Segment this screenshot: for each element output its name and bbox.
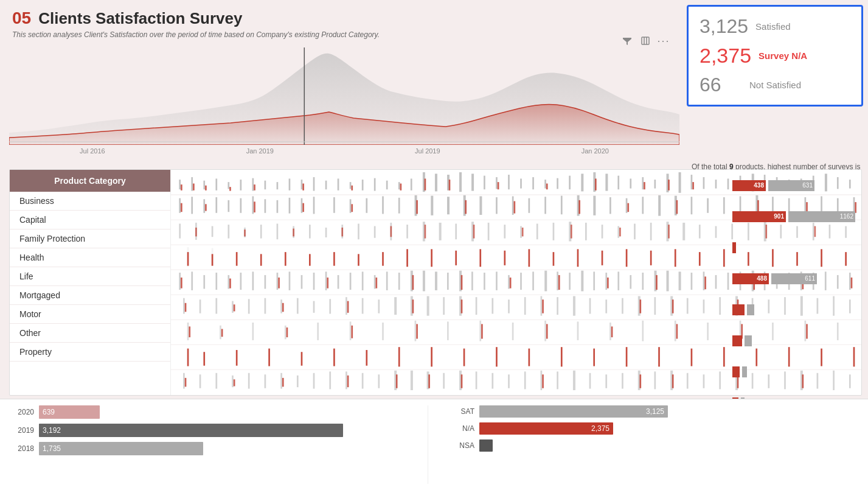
svg-rect-85 [179,198,181,213]
bar-row-health: 488 611 [732,263,856,294]
svg-rect-395 [464,349,465,366]
svg-rect-32 [435,173,437,191]
svg-rect-376 [221,329,223,337]
svg-rect-388 [236,350,238,366]
svg-rect-239 [277,273,279,290]
svg-rect-132 [254,201,255,212]
more-icon[interactable]: ··· [657,34,670,47]
svg-rect-273 [691,273,693,290]
svg-rect-355 [220,326,221,340]
svg-rect-107 [496,197,498,214]
category-header: Product Category [10,170,170,192]
svg-rect-0 [642,37,649,44]
svg-rect-350 [542,299,544,313]
category-item-family[interactable]: Family Protection [10,229,170,248]
svg-rect-291 [375,278,377,289]
svg-rect-311 [329,299,331,313]
page-title: Clients Satisfaction Survey [38,9,242,28]
svg-rect-358 [317,323,319,340]
svg-rect-415 [297,376,299,387]
svg-rect-80 [644,182,645,189]
svg-rect-41 [544,180,546,188]
svg-rect-361 [415,321,417,341]
svg-rect-293 [461,275,463,290]
svg-rect-189 [293,229,294,237]
svg-rect-356 [252,323,254,340]
svg-rect-221 [650,251,652,265]
svg-rect-98 [350,199,352,213]
filter-icon[interactable] [620,34,634,47]
svg-rect-149 [260,225,262,239]
svg-rect-455 [428,374,430,388]
svg-rect-88 [215,197,217,213]
svg-rect-153 [325,228,327,237]
year-label-2020: 2020 [12,408,34,416]
svg-rect-135 [416,200,418,214]
svg-rect-192 [425,225,426,239]
expand-icon[interactable] [639,34,652,47]
svg-rect-320 [476,297,477,315]
category-item-other[interactable]: Other [10,324,170,343]
svg-rect-335 [719,297,721,315]
svg-rect-303 [200,299,201,313]
svg-rect-74 [400,184,402,191]
svg-rect-359 [350,321,352,340]
bar-business-red: 438 [732,180,766,191]
svg-rect-253 [447,273,449,290]
category-item-property[interactable]: Property [10,343,170,362]
category-item-motor[interactable]: Motor [10,305,170,324]
svg-rect-393 [398,347,400,366]
svg-rect-430 [541,371,543,390]
svg-rect-209 [358,254,359,265]
svg-rect-261 [544,271,547,292]
svg-rect-139 [627,203,629,212]
category-item-capital[interactable]: Capital [10,211,170,229]
svg-rect-101 [398,198,400,214]
svg-rect-161 [455,223,457,239]
svg-rect-150 [277,223,279,239]
svg-rect-14 [215,178,217,190]
svg-rect-403 [723,347,725,366]
sat-row-sat: SAT 3,125 [453,405,856,418]
svg-rect-242 [313,273,315,290]
svg-rect-243 [325,271,327,290]
svg-rect-402 [691,349,693,366]
svg-rect-272 [679,271,681,290]
category-item-mortgaged[interactable]: Mortgaged [10,286,170,305]
svg-rect-329 [622,298,623,314]
svg-rect-30 [411,178,412,190]
category-item-life[interactable]: Life [10,267,170,286]
bar-capital-val1: 901 [774,213,784,220]
svg-rect-360 [382,323,384,340]
svg-rect-378 [351,326,353,338]
bar-capital-val2: 1162 [840,213,853,220]
bar-business-val2: 631 [802,182,813,189]
svg-rect-67 [181,184,182,191]
svg-rect-416 [313,373,315,389]
svg-rect-440 [703,374,705,388]
svg-rect-94 [289,198,291,214]
satisfied-label: Satisfied [755,21,791,32]
bar-business-val1: 438 [754,182,764,189]
svg-rect-234 [215,273,217,290]
svg-rect-163 [488,223,490,240]
svg-rect-195 [571,225,572,239]
svg-rect-73 [351,186,353,191]
svg-rect-266 [605,273,607,290]
sat-bar-na: 2,375 [479,422,613,435]
svg-rect-104 [447,197,450,214]
main-chart: Jul 2016 Jan 2019 Jul 2019 Jan 2020 [9,47,679,169]
category-item-business[interactable]: Business [10,192,170,211]
svg-rect-400 [626,347,628,366]
svg-rect-410 [215,373,217,389]
svg-rect-324 [541,296,543,316]
year-label-2019: 2019 [12,426,34,435]
svg-rect-197 [668,225,670,239]
category-item-health[interactable]: Health [10,248,170,267]
svg-rect-349 [461,299,463,313]
svg-rect-412 [248,373,250,389]
svg-rect-170 [602,225,603,239]
svg-rect-156 [374,226,376,238]
svg-rect-294 [510,278,512,289]
svg-rect-298 [704,276,706,289]
